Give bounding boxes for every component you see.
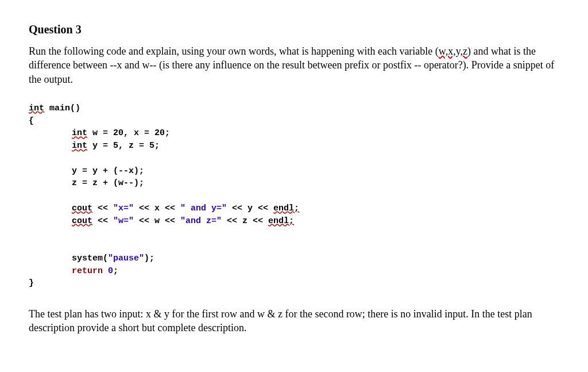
code-text: system( xyxy=(72,254,108,263)
code-text: << w << xyxy=(134,216,180,226)
code-text: << x << xyxy=(134,204,180,213)
code-line-11: } xyxy=(29,277,559,290)
keyword-cout: cout xyxy=(72,216,92,226)
keyword-endl: endl; xyxy=(268,216,294,226)
code-block: int main() { int w = 20, x = 20; int y =… xyxy=(29,102,559,290)
code-text: ); xyxy=(144,254,154,263)
blank-line xyxy=(29,227,559,240)
code-line-4: int y = 5, z = 5; xyxy=(29,140,559,152)
blank-line xyxy=(29,152,559,165)
code-line-7: cout << "x=" << x << " and y=" << y << e… xyxy=(29,202,559,215)
string-literal: " and y=" xyxy=(180,204,227,213)
string-literal: "x=" xyxy=(113,204,134,213)
code-line-9: system("pause"); xyxy=(29,252,559,265)
code-text: y = 5, z = 5; xyxy=(87,141,160,151)
keyword-return: return xyxy=(72,266,103,276)
string-literal: "w=" xyxy=(113,216,134,226)
code-line-5: y = y + (--x); xyxy=(29,165,559,178)
code-line-6: z = z + (w--); xyxy=(29,177,559,190)
code-text: << xyxy=(92,216,113,226)
code-text: << z << xyxy=(222,216,268,226)
instructions-variables: w,x,y,z xyxy=(439,45,467,57)
code-line-10: return 0; xyxy=(29,265,559,278)
number-zero: 0 xyxy=(108,266,113,276)
instructions-pre: Run the following code and explain, usin… xyxy=(29,45,439,57)
question-instructions: Run the following code and explain, usin… xyxy=(29,44,559,86)
test-plan-text: The test plan has two input: x & y for t… xyxy=(29,307,559,335)
code-text: << y << xyxy=(227,204,273,213)
code-line-8: cout << "w=" << w << "and z=" << z << en… xyxy=(29,215,559,228)
code-line-3: int w = 20, x = 20; xyxy=(29,127,559,140)
code-line-1: int main() xyxy=(29,102,559,115)
code-text: ; xyxy=(113,266,118,276)
keyword-cout: cout xyxy=(72,204,92,213)
code-text: w = 20, x = 20; xyxy=(87,128,170,138)
string-literal: "pause" xyxy=(108,254,144,263)
keyword-int: int xyxy=(72,128,87,138)
blank-line xyxy=(29,190,559,202)
keyword-endl: endl; xyxy=(273,204,299,213)
keyword-int: int xyxy=(29,103,44,113)
keyword-int: int xyxy=(72,141,87,151)
blank-line xyxy=(29,240,559,252)
code-text: main() xyxy=(44,103,80,113)
code-line-2: { xyxy=(29,115,559,128)
code-text: << xyxy=(92,204,113,213)
code-text xyxy=(103,266,108,276)
string-literal: "and z=" xyxy=(180,216,222,226)
question-title: Question 3 xyxy=(29,23,559,36)
